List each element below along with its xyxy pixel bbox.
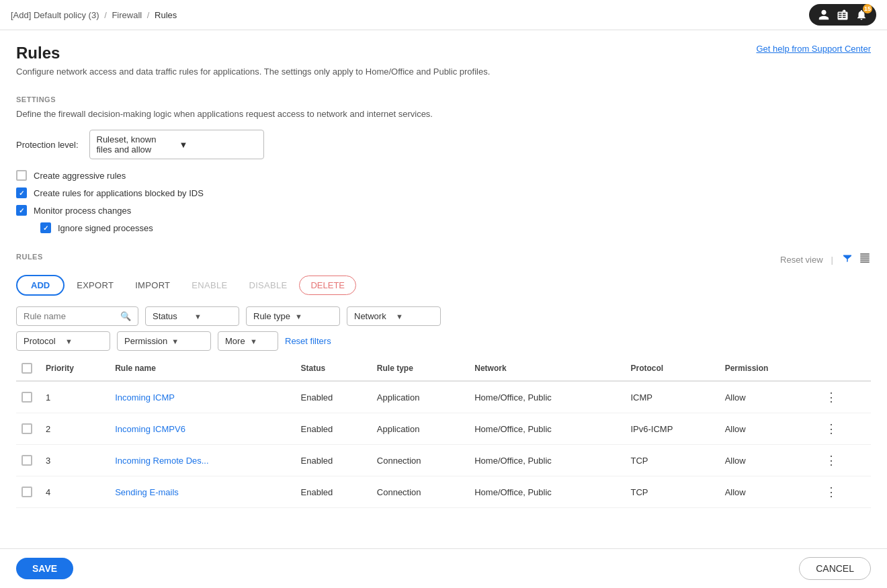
row-rule-name-3: Sending E-mails xyxy=(110,476,295,508)
more-filter[interactable]: More ▼ xyxy=(218,331,278,351)
create-rules-blocked-ids-checkbox[interactable] xyxy=(16,187,27,198)
save-button[interactable]: SAVE xyxy=(16,558,73,579)
rule-name-input[interactable] xyxy=(24,311,118,321)
protection-level-label: Protection level: xyxy=(16,140,79,150)
rule-type-filter-arrow-icon: ▼ xyxy=(295,312,333,321)
row-status-3: Enabled xyxy=(296,476,372,508)
disable-button[interactable]: DISABLE xyxy=(239,276,296,294)
rule-type-filter-label: Rule type xyxy=(253,311,291,321)
rules-header: RULES Reset view | xyxy=(16,252,871,267)
rule-name-filter[interactable]: 🔍 xyxy=(16,306,138,326)
col-actions xyxy=(816,356,871,381)
gift-icon[interactable] xyxy=(835,7,851,23)
col-protocol: Protocol xyxy=(626,356,720,381)
cancel-button[interactable]: CANCEL xyxy=(799,557,871,580)
rules-actions: Reset view | xyxy=(780,252,871,267)
row-checkbox-cell-0 xyxy=(16,381,40,413)
import-button[interactable]: IMPORT xyxy=(126,276,179,294)
rule-name-link-1[interactable]: Incoming ICMPV6 xyxy=(115,424,185,434)
row-checkbox-2[interactable] xyxy=(22,455,32,466)
col-rule-type: Rule type xyxy=(372,356,469,381)
page-header-row: Rules Configure network access and data … xyxy=(16,44,871,93)
rule-type-filter[interactable]: Rule type ▼ xyxy=(246,306,340,326)
rules-label: RULES xyxy=(16,253,43,261)
row-checkbox-cell-2 xyxy=(16,445,40,476)
row-checkbox-cell-3 xyxy=(16,476,40,508)
enable-button[interactable]: ENABLE xyxy=(182,276,237,294)
row-protocol-2: TCP xyxy=(626,445,720,476)
user-icon[interactable] xyxy=(816,7,832,23)
row-priority-2: 3 xyxy=(40,445,110,476)
filters-row-2: Protocol ▼ Permission ▼ More ▼ Reset fil… xyxy=(16,331,871,351)
rule-name-link-3[interactable]: Sending E-mails xyxy=(115,487,179,497)
protection-level-select[interactable]: Ruleset, known files and allow ▼ xyxy=(89,130,264,159)
main-content: Rules Configure network access and data … xyxy=(0,30,887,562)
settings-label: SETTINGS xyxy=(16,95,871,103)
protection-level-arrow-icon: ▼ xyxy=(179,140,257,150)
row-checkbox-0[interactable] xyxy=(22,392,32,403)
monitor-process-changes-label: Monitor process changes xyxy=(34,206,131,216)
settings-description: Define the firewall decision-making logi… xyxy=(16,109,871,119)
row-status-2: Enabled xyxy=(296,445,372,476)
row-checkbox-1[interactable] xyxy=(22,423,32,434)
filter-icon[interactable] xyxy=(841,252,853,267)
row-status-0: Enabled xyxy=(296,381,372,413)
row-menu-button-0[interactable]: ⋮ xyxy=(821,388,841,406)
row-menu-button-3[interactable]: ⋮ xyxy=(821,483,841,501)
select-all-checkbox[interactable] xyxy=(22,363,32,374)
network-filter[interactable]: Network ▼ xyxy=(347,306,441,326)
row-permission-1: Allow xyxy=(720,413,816,445)
page-description: Configure network access and data traffi… xyxy=(16,67,490,77)
notification-icon[interactable]: 15 xyxy=(853,7,870,23)
notification-badge: 15 xyxy=(863,4,872,13)
breadcrumb-part3: Rules xyxy=(155,10,177,20)
row-rule-name-1: Incoming ICMPV6 xyxy=(110,413,295,445)
row-actions-cell-0: ⋮ xyxy=(816,381,871,413)
permission-filter-arrow-icon: ▼ xyxy=(171,337,204,345)
row-priority-0: 1 xyxy=(40,381,110,413)
row-actions-cell-3: ⋮ xyxy=(816,476,871,508)
add-button[interactable]: ADD xyxy=(16,275,65,296)
monitor-process-changes-checkbox[interactable] xyxy=(16,205,27,216)
status-filter[interactable]: Status ▼ xyxy=(145,306,239,326)
row-priority-1: 2 xyxy=(40,413,110,445)
checkbox-row-2: Create rules for applications blocked by… xyxy=(16,187,871,198)
breadcrumb: [Add] Default policy (3) / Firewall / Ru… xyxy=(11,10,177,20)
row-rule-type-3: Connection xyxy=(372,476,469,508)
permission-filter[interactable]: Permission ▼ xyxy=(117,331,211,351)
row-permission-0: Allow xyxy=(720,381,816,413)
breadcrumb-sep1: / xyxy=(104,10,107,20)
row-menu-button-1[interactable]: ⋮ xyxy=(821,420,841,437)
row-rule-type-2: Connection xyxy=(372,445,469,476)
protection-level-row: Protection level: Ruleset, known files a… xyxy=(16,130,871,159)
export-button[interactable]: EXPORT xyxy=(67,276,123,294)
ignore-signed-processes-checkbox[interactable] xyxy=(40,222,51,233)
row-status-1: Enabled xyxy=(296,413,372,445)
rule-name-link-2[interactable]: Incoming Remote Des... xyxy=(115,456,208,466)
support-link[interactable]: Get help from Support Center xyxy=(756,44,871,54)
row-checkbox-3[interactable] xyxy=(22,487,32,497)
columns-icon[interactable] xyxy=(859,252,871,267)
row-network-1: Home/Office, Public xyxy=(469,413,625,445)
table-header-row: Priority Rule name Status Rule type Netw… xyxy=(16,356,871,381)
create-aggressive-rules-checkbox[interactable] xyxy=(16,170,27,181)
reset-filters-button[interactable]: Reset filters xyxy=(285,336,331,346)
rule-name-link-0[interactable]: Incoming ICMP xyxy=(115,392,175,403)
row-checkbox-cell-1 xyxy=(16,413,40,445)
protocol-filter[interactable]: Protocol ▼ xyxy=(16,331,110,351)
row-menu-button-2[interactable]: ⋮ xyxy=(821,452,841,469)
ignore-signed-processes-label: Ignore signed processes xyxy=(58,223,153,233)
breadcrumb-part1: [Add] Default policy (3) xyxy=(11,10,99,20)
status-filter-label: Status xyxy=(153,311,190,321)
create-aggressive-rules-label: Create aggressive rules xyxy=(34,171,126,181)
network-filter-label: Network xyxy=(354,311,392,321)
search-icon: 🔍 xyxy=(120,311,131,321)
rules-toolbar: ADD EXPORT IMPORT ENABLE DISABLE DELETE xyxy=(16,275,871,296)
col-network: Network xyxy=(469,356,625,381)
rules-table-body: 1 Incoming ICMP Enabled Application Home… xyxy=(16,381,871,508)
reset-view-button[interactable]: Reset view xyxy=(780,255,823,265)
delete-button[interactable]: DELETE xyxy=(299,276,356,295)
status-filter-arrow-icon: ▼ xyxy=(194,312,232,321)
row-protocol-0: ICMP xyxy=(626,381,720,413)
checkbox-row-1: Create aggressive rules xyxy=(16,170,871,181)
